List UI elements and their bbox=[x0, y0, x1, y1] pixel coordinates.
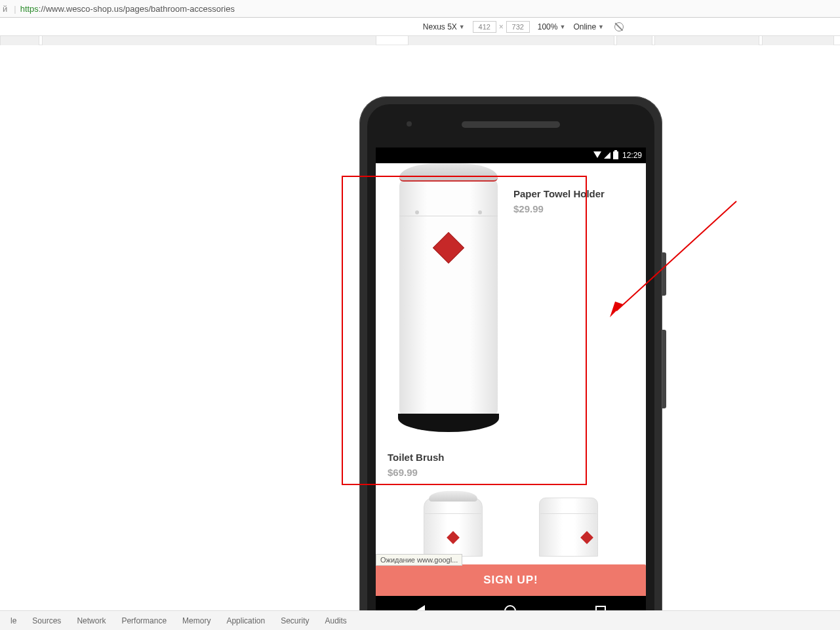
tab[interactable]: Network bbox=[77, 616, 106, 625]
tab[interactable]: Memory bbox=[182, 616, 210, 625]
signup-banner[interactable]: SIGN UP! bbox=[376, 564, 646, 596]
device-power-button bbox=[662, 252, 666, 296]
product-thumb[interactable] bbox=[410, 491, 496, 557]
product-image-toilet-brush[interactable] bbox=[388, 163, 509, 441]
devtools-canvas: 12:29 Paper Towel Holder $29.99 bbox=[0, 45, 840, 609]
tab[interactable]: Application bbox=[226, 616, 265, 625]
ruler bbox=[0, 36, 840, 45]
product-paper-towel[interactable]: Paper Towel Holder $29.99 bbox=[513, 188, 605, 214]
page-content[interactable]: Paper Towel Holder $29.99 bbox=[376, 163, 646, 596]
product-name: Paper Towel Holder bbox=[513, 188, 605, 199]
device-volume-button bbox=[662, 330, 666, 408]
product-price: $29.99 bbox=[513, 203, 605, 214]
zoom-select[interactable]: 100% bbox=[538, 22, 566, 31]
tab[interactable]: Audits bbox=[325, 616, 347, 625]
battery-icon bbox=[613, 151, 618, 159]
device-camera bbox=[407, 121, 412, 127]
tab[interactable]: Performance bbox=[121, 616, 167, 625]
browser-url-bar[interactable]: й | https://www.wesco-shop.us/pages/bath… bbox=[0, 0, 840, 18]
width-input[interactable]: 412 bbox=[473, 21, 496, 33]
product-thumb-row bbox=[376, 491, 646, 563]
product-toilet-brush[interactable]: Toilet Brush $69.99 bbox=[388, 452, 444, 478]
device-frame: 12:29 Paper Towel Holder $29.99 bbox=[359, 96, 662, 630]
url-prefix: й bbox=[3, 4, 7, 14]
tab[interactable]: Sources bbox=[32, 616, 61, 625]
height-input[interactable]: 732 bbox=[506, 21, 530, 33]
device-speaker bbox=[462, 121, 560, 128]
loading-status: Ожидание www.googl... bbox=[376, 554, 462, 566]
throttle-select[interactable]: Online bbox=[573, 22, 604, 31]
android-status-bar: 12:29 bbox=[376, 148, 646, 163]
url-text: https://www.wesco-shop.us/pages/bathroom… bbox=[20, 4, 235, 14]
cell-signal-icon bbox=[604, 152, 610, 159]
devtools-device-toolbar: Nexus 5X 412 × 732 100% Online bbox=[0, 18, 840, 36]
clock: 12:29 bbox=[622, 151, 642, 160]
wifi-icon bbox=[593, 151, 601, 158]
product-name: Toilet Brush bbox=[388, 452, 444, 463]
product-thumb[interactable] bbox=[526, 491, 611, 557]
dimension-controls: 412 × 732 bbox=[473, 21, 530, 33]
device-screen: 12:29 Paper Towel Holder $29.99 bbox=[376, 148, 646, 626]
url-separator: | bbox=[14, 4, 16, 14]
rotate-icon[interactable] bbox=[614, 22, 624, 31]
tab[interactable]: Security bbox=[281, 616, 309, 625]
dimension-x: × bbox=[499, 22, 504, 31]
product-price: $69.99 bbox=[388, 467, 444, 478]
tab[interactable]: le bbox=[10, 616, 16, 625]
devtools-bottom-tabs: le Sources Network Performance Memory Ap… bbox=[0, 610, 840, 630]
device-select[interactable]: Nexus 5X bbox=[423, 22, 465, 31]
